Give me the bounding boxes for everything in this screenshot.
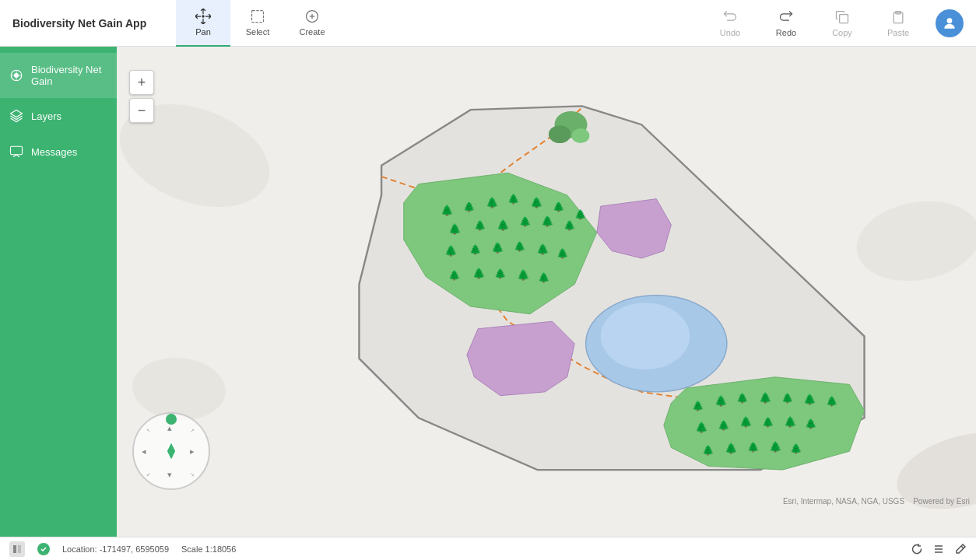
svg-text:🌲: 🌲 [448, 222, 462, 236]
svg-text:🌲: 🌲 [497, 219, 510, 232]
toolbar-right: Undo Redo Copy Paste [705, 0, 964, 47]
redo-icon [778, 9, 794, 25]
sidebar-item-bng[interactable]: Biodiversity Net Gain [0, 53, 117, 98]
svg-text:🌲: 🌲 [563, 219, 576, 232]
svg-text:🌲: 🌲 [530, 196, 543, 209]
list-icon-button[interactable] [932, 543, 945, 555]
svg-text:↙: ↙ [146, 471, 151, 477]
status-bar: Location: -171497, 6595059 Scale 1:18056 [0, 537, 976, 560]
svg-text:🌲: 🌲 [725, 442, 738, 455]
user-avatar[interactable] [936, 9, 964, 37]
esri-attribution: Esri, Intermap, NASA, NGA, USGS [783, 497, 904, 506]
compass-arrows: ◂ ▸ ▾ ▴ ↖ ↗ ↙ ↘ [132, 412, 210, 490]
svg-text:🌲: 🌲 [759, 391, 772, 404]
svg-marker-61 [167, 442, 176, 460]
collapse-icon [12, 544, 22, 554]
svg-text:🌲: 🌲 [541, 215, 554, 228]
pan-tool[interactable]: Pan [176, 0, 230, 47]
status-indicator [37, 543, 50, 555]
toolbar-tools: Pan Select Create [176, 0, 705, 47]
svg-text:🌲: 🌲 [486, 196, 499, 209]
redo-label: Redo [776, 28, 796, 37]
svg-text:🌲: 🌲 [769, 440, 782, 453]
paste-icon [890, 9, 906, 25]
svg-text:▴: ▴ [167, 423, 172, 432]
edit-icon-button[interactable] [954, 543, 967, 555]
svg-line-71 [961, 546, 964, 548]
svg-text:🌲: 🌲 [444, 244, 458, 257]
svg-rect-66 [13, 545, 16, 553]
svg-text:↗: ↗ [190, 428, 195, 433]
svg-text:🌲: 🌲 [494, 268, 507, 280]
create-icon [304, 9, 320, 24]
sidebar: Biodiversity Net Gain Layers Messages [0, 47, 117, 537]
svg-text:🌲: 🌲 [441, 204, 454, 217]
app-title: Biodiversity Net Gain App [12, 17, 176, 30]
svg-point-8 [947, 18, 953, 23]
svg-text:🌲: 🌲 [805, 418, 817, 430]
compass-widget[interactable]: ◂ ▸ ▾ ▴ ↖ ↗ ↙ ↘ [132, 412, 210, 490]
svg-text:🌲: 🌲 [472, 267, 486, 280]
create-tool[interactable]: Create [285, 0, 339, 47]
svg-text:🌲: 🌲 [517, 268, 530, 282]
sidebar-bng-label: Biodiversity Net Gain [31, 64, 107, 87]
location-display: Location: -171497, 6595059 [62, 544, 169, 554]
svg-rect-14 [11, 146, 23, 155]
refresh-icon-button[interactable] [911, 543, 923, 555]
svg-text:🌲: 🌲 [491, 241, 504, 254]
undo-label: Undo [720, 28, 740, 37]
svg-rect-1 [252, 10, 264, 22]
select-icon [250, 9, 265, 24]
svg-text:🌲: 🌲 [536, 243, 549, 256]
tree-top-2 [549, 125, 571, 143]
svg-text:▾: ▾ [167, 470, 172, 479]
select-label: Select [246, 27, 270, 37]
svg-text:🌲: 🌲 [448, 269, 461, 282]
zoom-out-button[interactable]: − [129, 98, 154, 123]
sidebar-item-messages[interactable]: Messages [0, 134, 117, 170]
zoom-controls: + − [129, 70, 154, 123]
svg-text:🌲: 🌲 [553, 201, 565, 213]
svg-text:🌲: 🌲 [736, 392, 749, 404]
status-check-icon [40, 545, 47, 553]
svg-text:🌲: 🌲 [474, 219, 486, 232]
map-container[interactable]: 🌲🌲 🌲🌲 🌲🌲 🌲 🌲🌲 🌲🌲 🌲🌲 🌲🌲 🌲🌲 🌲🌲 🌲🌲 🌲🌲 🌲 [117, 47, 976, 537]
svg-text:🌲: 🌲 [803, 393, 816, 406]
sidebar-layers-label: Layers [31, 110, 61, 122]
status-bar-left: Location: -171497, 6595059 Scale 1:18056 [9, 541, 898, 557]
svg-text:🌲: 🌲 [695, 421, 708, 434]
svg-text:🌲: 🌲 [739, 415, 753, 429]
zoom-in-button[interactable]: + [129, 70, 154, 95]
select-tool[interactable]: Select [230, 0, 285, 47]
svg-text:🌲: 🌲 [762, 416, 774, 429]
undo-button[interactable]: Undo [705, 0, 755, 47]
redo-button[interactable]: Redo [761, 0, 811, 47]
list-icon [932, 543, 945, 555]
pan-icon [195, 9, 211, 24]
toolbar: Biodiversity Net Gain App Pan Select Cre… [0, 0, 976, 47]
svg-text:↘: ↘ [190, 471, 195, 477]
paste-label: Paste [887, 28, 909, 37]
sidebar-item-layers[interactable]: Layers [0, 98, 117, 134]
status-bar-right [911, 543, 967, 555]
map-svg: 🌲🌲 🌲🌲 🌲🌲 🌲 🌲🌲 🌲🌲 🌲🌲 🌲🌲 🌲🌲 🌲🌲 🌲🌲 🌲🌲 🌲 [117, 47, 976, 537]
svg-text:🌲: 🌲 [692, 400, 704, 412]
copy-button[interactable]: Copy [817, 0, 867, 47]
layers-icon [9, 109, 23, 123]
user-icon [942, 16, 957, 31]
svg-text:🌲: 🌲 [556, 247, 569, 260]
collapse-panel-button[interactable] [9, 541, 25, 557]
svg-text:🌲: 🌲 [790, 443, 802, 455]
svg-text:🌲: 🌲 [747, 441, 760, 453]
svg-text:🌲: 🌲 [702, 444, 714, 457]
paste-button[interactable]: Paste [873, 0, 923, 47]
copy-icon [834, 9, 850, 25]
main-content: Biodiversity Net Gain Layers Messages [0, 47, 976, 537]
create-label: Create [299, 27, 325, 37]
pan-label: Pan [195, 27, 211, 37]
svg-text:◂: ◂ [142, 446, 146, 456]
bng-icon [9, 68, 23, 82]
svg-text:🌲: 🌲 [718, 419, 730, 432]
undo-icon [722, 9, 738, 25]
svg-text:🌲: 🌲 [781, 392, 794, 404]
